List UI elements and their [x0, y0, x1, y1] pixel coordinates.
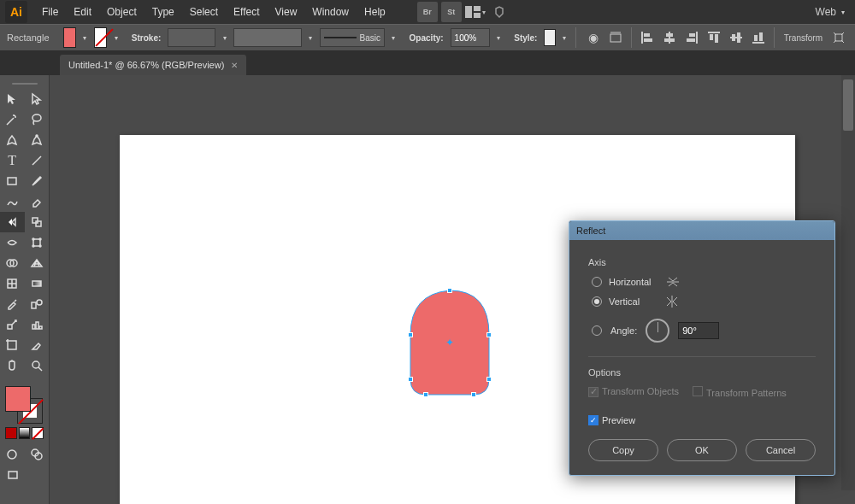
fill-swatch[interactable]	[63, 27, 77, 48]
brush-dropdown[interactable]: ▾	[390, 27, 398, 48]
var-width-profile[interactable]	[233, 28, 302, 47]
gradient-mode-icon[interactable]	[19, 427, 31, 439]
document-tab[interactable]: Untitled-1* @ 66.67% (RGB/Preview) ✕	[60, 55, 246, 75]
ok-button[interactable]: OK	[667, 439, 737, 461]
symbol-sprayer-tool[interactable]	[0, 314, 25, 335]
none-mode-icon[interactable]	[32, 427, 44, 439]
workspace-switcher[interactable]: Web▾	[811, 6, 850, 18]
anchor-point[interactable]	[471, 392, 476, 397]
slice-tool[interactable]	[25, 335, 50, 355]
axis-angle-option[interactable]: Angle:	[592, 319, 816, 343]
gpu-icon[interactable]	[489, 2, 510, 22]
align-vcenter-icon[interactable]	[727, 28, 746, 47]
width-tool[interactable]	[0, 232, 25, 253]
arrange-docs-icon[interactable]: ▾	[465, 2, 486, 22]
type-tool[interactable]: T	[0, 150, 25, 171]
scrollbar-thumb[interactable]	[843, 79, 853, 131]
fill-stroke-indicator[interactable]	[0, 383, 50, 425]
draw-normal-icon[interactable]	[0, 444, 25, 465]
panel-grip[interactable]	[0, 80, 49, 87]
curvature-tool[interactable]	[25, 130, 50, 150]
align-artboard-icon[interactable]	[606, 28, 625, 47]
stroke-weight-dropdown[interactable]: ▾	[221, 27, 228, 48]
menu-view[interactable]: View	[268, 0, 305, 24]
menu-object[interactable]: Object	[99, 0, 144, 24]
var-width-dropdown[interactable]: ▾	[307, 27, 315, 48]
menu-edit[interactable]: Edit	[66, 0, 99, 24]
vertical-scrollbar[interactable]	[841, 75, 855, 490]
anchor-point[interactable]	[486, 332, 492, 337]
cancel-button[interactable]: Cancel	[746, 439, 816, 461]
anchor-point[interactable]	[408, 377, 413, 382]
blend-tool[interactable]	[25, 294, 50, 314]
line-tool[interactable]	[25, 150, 50, 171]
recolor-icon[interactable]: ◉	[584, 28, 603, 47]
artboard-tool[interactable]	[0, 335, 25, 355]
graphic-style-swatch[interactable]	[544, 29, 555, 46]
paintbrush-tool[interactable]	[25, 171, 50, 191]
shaper-tool[interactable]	[0, 191, 25, 212]
axis-horizontal-option[interactable]: Horizontal	[592, 276, 816, 288]
isolate-icon[interactable]	[829, 28, 848, 47]
align-hcenter-icon[interactable]	[660, 28, 679, 47]
stroke-weight-input[interactable]	[168, 28, 215, 47]
menu-effect[interactable]: Effect	[226, 0, 267, 24]
pen-tool[interactable]	[0, 130, 25, 150]
menu-help[interactable]: Help	[357, 0, 393, 24]
anchor-point[interactable]	[408, 332, 413, 337]
rotate-tool[interactable]	[0, 212, 25, 232]
dialog-titlebar[interactable]: Reflect	[569, 221, 834, 240]
axis-vertical-option[interactable]: Vertical	[592, 295, 816, 308]
perspective-grid-tool[interactable]	[25, 253, 50, 273]
hand-tool[interactable]	[0, 355, 25, 376]
menu-select[interactable]: Select	[182, 0, 226, 24]
close-tab-icon[interactable]: ✕	[231, 61, 238, 70]
color-mode-icon[interactable]	[5, 427, 17, 439]
svg-point-33	[32, 245, 34, 247]
style-dropdown[interactable]: ▾	[561, 27, 569, 48]
opacity-dropdown[interactable]: ▾	[495, 27, 503, 48]
mesh-tool[interactable]	[0, 273, 25, 294]
align-top-icon[interactable]	[705, 28, 723, 47]
angle-dial[interactable]	[646, 319, 669, 343]
vertical-label: Vertical	[609, 296, 640, 307]
preview-checkbox[interactable]: ✓ Preview	[588, 415, 816, 425]
stroke-dropdown[interactable]: ▾	[112, 27, 120, 48]
brush-definition[interactable]: Basic	[320, 28, 385, 47]
free-transform-tool[interactable]	[25, 232, 50, 253]
rectangle-tool[interactable]	[0, 171, 25, 191]
lasso-tool[interactable]	[25, 109, 50, 130]
anchor-point[interactable]	[447, 288, 452, 293]
align-bottom-icon[interactable]	[749, 28, 768, 47]
magic-wand-tool[interactable]	[0, 109, 25, 130]
bridge-icon[interactable]: Br	[417, 2, 438, 22]
angle-input[interactable]	[678, 322, 719, 339]
anchor-point[interactable]	[486, 377, 492, 382]
menu-window[interactable]: Window	[304, 0, 357, 24]
zoom-tool[interactable]	[25, 355, 50, 376]
align-right-icon[interactable]	[682, 28, 701, 47]
draw-behind-icon[interactable]	[25, 444, 50, 465]
screen-mode-icon[interactable]	[0, 465, 25, 485]
menu-file[interactable]: File	[34, 0, 66, 24]
anchor-point[interactable]	[423, 392, 428, 397]
fill-color[interactable]	[5, 386, 31, 412]
align-left-icon[interactable]	[638, 28, 657, 47]
selected-shape[interactable]: ✦	[407, 287, 492, 398]
transform-link[interactable]: Transform	[784, 33, 823, 43]
menu-type[interactable]: Type	[144, 0, 182, 24]
opacity-input[interactable]	[451, 28, 490, 47]
svg-line-51	[38, 367, 42, 371]
column-graph-tool[interactable]	[25, 314, 50, 335]
stock-icon[interactable]: St	[441, 2, 462, 22]
eraser-tool[interactable]	[25, 191, 50, 212]
selection-tool[interactable]	[0, 89, 25, 109]
copy-button[interactable]: Copy	[588, 439, 658, 461]
stroke-swatch[interactable]	[94, 27, 108, 48]
scale-tool[interactable]	[25, 212, 50, 232]
gradient-tool[interactable]	[25, 273, 50, 294]
eyedropper-tool[interactable]	[0, 294, 25, 314]
shape-builder-tool[interactable]	[0, 253, 25, 273]
fill-dropdown[interactable]: ▾	[81, 27, 89, 48]
direct-selection-tool[interactable]	[25, 89, 50, 109]
